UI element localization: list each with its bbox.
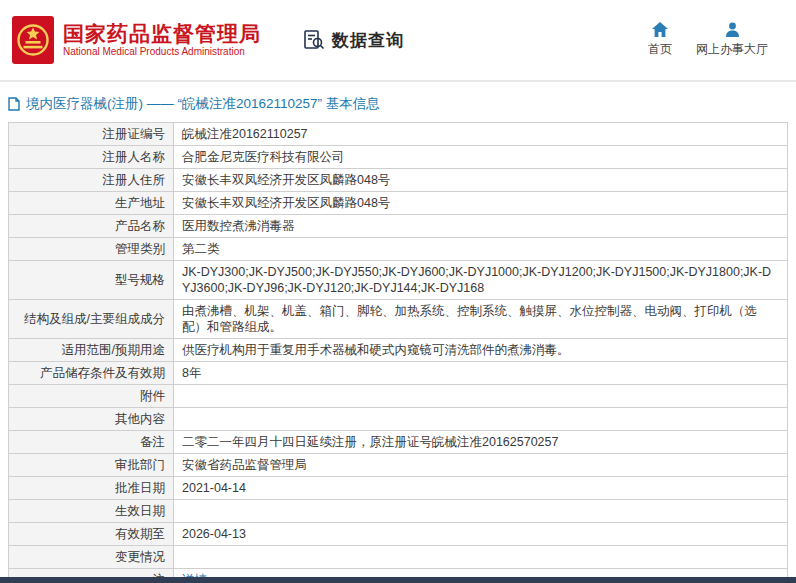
- row-label: 产品储存条件及有效期: [9, 362, 174, 385]
- row-label: 批准日期: [9, 477, 174, 500]
- table-row: 附件: [9, 385, 788, 408]
- breadcrumb: 境内医疗器械(注册) —— “皖械注准20162110257” 基本信息: [8, 95, 788, 113]
- row-value: 皖械注准20162110257: [174, 123, 788, 146]
- row-label: 产品名称: [9, 215, 174, 238]
- table-row: 备注 二零二一年四月十四日延续注册，原注册证号皖械注准20162570257: [9, 431, 788, 454]
- row-value: 医用数控煮沸消毒器: [174, 215, 788, 238]
- data-query-section[interactable]: 数据查询: [303, 29, 404, 52]
- nmpa-emblem-logo: [12, 16, 54, 64]
- info-table: 注册证编号 皖械注准20162110257 注册人名称 合肥金尼克医疗科技有限公…: [8, 122, 788, 583]
- row-value: 安徽省药品监督管理局: [174, 454, 788, 477]
- table-row: 生产地址 安徽长丰双凤经济开发区凤麟路048号: [9, 192, 788, 215]
- row-label: 注册证编号: [9, 123, 174, 146]
- row-label: 结构及组成/主要组成成分: [9, 300, 174, 339]
- agency-logo-block: 国家药品监督管理局 National Medical Products Admi…: [12, 16, 261, 64]
- row-value: 2021-04-14: [174, 477, 788, 500]
- table-row: 批准日期 2021-04-14: [9, 477, 788, 500]
- row-value: JK-DYJ300;JK-DYJ500;JK-DYJ550;JK-DYJ600;…: [174, 261, 788, 300]
- row-label: 有效期至: [9, 523, 174, 546]
- table-row: 生效日期: [9, 500, 788, 523]
- row-value: [174, 546, 788, 569]
- row-value: 第二类: [174, 238, 788, 261]
- agency-titles: 国家药品监督管理局 National Medical Products Admi…: [63, 23, 261, 57]
- row-value: 8年: [174, 362, 788, 385]
- person-icon: [725, 22, 740, 37]
- row-label: 管理类别: [9, 238, 174, 261]
- breadcrumb-text: 境内医疗器械(注册) —— “皖械注准20162110257” 基本信息: [26, 95, 380, 113]
- table-row: 注册人住所 安徽长丰双凤经济开发区凤麟路048号: [9, 169, 788, 192]
- home-icon: [652, 22, 668, 37]
- row-label: 审批部门: [9, 454, 174, 477]
- data-query-title: 数据查询: [332, 29, 404, 52]
- info-table-body: 注册证编号 皖械注准20162110257 注册人名称 合肥金尼克医疗科技有限公…: [9, 123, 788, 583]
- data-query-icon: [303, 29, 325, 51]
- row-value: 合肥金尼克医疗科技有限公司: [174, 146, 788, 169]
- agency-name-en: National Medical Products Administration: [63, 47, 261, 57]
- row-label: 注册人名称: [9, 146, 174, 169]
- document-icon: [8, 97, 20, 111]
- row-value: [174, 385, 788, 408]
- table-row: 管理类别 第二类: [9, 238, 788, 261]
- table-row: 结构及组成/主要组成成分 由煮沸槽、机架、机盖、箱门、脚轮、加热系统、控制系统、…: [9, 300, 788, 339]
- row-label: 变更情况: [9, 546, 174, 569]
- row-value: 安徽长丰双凤经济开发区凤麟路048号: [174, 192, 788, 215]
- row-label: 适用范围/预期用途: [9, 339, 174, 362]
- row-label: 其他内容: [9, 408, 174, 431]
- table-row: 有效期至 2026-04-13: [9, 523, 788, 546]
- table-row: 审批部门 安徽省药品监督管理局: [9, 454, 788, 477]
- row-value: 安徽长丰双凤经济开发区凤麟路048号: [174, 169, 788, 192]
- nav-item-label: 首页: [648, 41, 672, 58]
- row-label: 备注: [9, 431, 174, 454]
- row-value: [174, 408, 788, 431]
- nav-item-label: 网上办事大厅: [696, 41, 768, 58]
- table-row: 注册证编号 皖械注准20162110257: [9, 123, 788, 146]
- main-content: 境内医疗器械(注册) —— “皖械注准20162110257” 基本信息 注册证…: [0, 95, 796, 583]
- row-value: 由煮沸槽、机架、机盖、箱门、脚轮、加热系统、控制系统、触摸屏、水位控制器、电动阀…: [174, 300, 788, 339]
- nav-item-service-hall[interactable]: 网上办事大厅: [696, 22, 768, 58]
- table-row: 注册人名称 合肥金尼克医疗科技有限公司: [9, 146, 788, 169]
- table-row: 其他内容: [9, 408, 788, 431]
- row-value: 2026-04-13: [174, 523, 788, 546]
- table-row: 产品名称 医用数控煮沸消毒器: [9, 215, 788, 238]
- row-value: 供医疗机构用于重复用手术器械和硬式内窥镜可清洗部件的煮沸消毒。: [174, 339, 788, 362]
- row-label: 型号规格: [9, 261, 174, 300]
- table-row: 适用范围/预期用途 供医疗机构用于重复用手术器械和硬式内窥镜可清洗部件的煮沸消毒…: [9, 339, 788, 362]
- row-value: 二零二一年四月十四日延续注册，原注册证号皖械注准20162570257: [174, 431, 788, 454]
- row-value: [174, 500, 788, 523]
- top-nav: 首页 网上办事大厅: [648, 22, 768, 58]
- footer-bar: [0, 577, 796, 583]
- table-row: 变更情况: [9, 546, 788, 569]
- row-label: 生效日期: [9, 500, 174, 523]
- row-label: 生产地址: [9, 192, 174, 215]
- row-label: 附件: [9, 385, 174, 408]
- header: 国家药品监督管理局 National Medical Products Admi…: [0, 0, 796, 82]
- table-row: 型号规格 JK-DYJ300;JK-DYJ500;JK-DYJ550;JK-DY…: [9, 261, 788, 300]
- nav-item-home[interactable]: 首页: [648, 22, 672, 58]
- table-row: 产品储存条件及有效期 8年: [9, 362, 788, 385]
- row-label: 注册人住所: [9, 169, 174, 192]
- agency-name-cn: 国家药品监督管理局: [63, 23, 261, 44]
